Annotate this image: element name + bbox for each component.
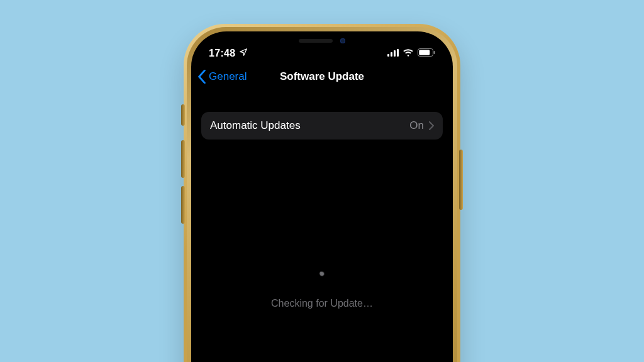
back-button[interactable]: General [197,70,247,84]
wifi-icon [402,48,414,59]
automatic-updates-row[interactable]: Automatic Updates On [201,112,443,140]
chevron-right-icon [429,121,434,130]
mute-switch[interactable] [181,104,185,126]
cellular-signal-icon [387,48,399,59]
svg-rect-0 [387,54,389,57]
svg-rect-5 [419,50,430,55]
navigation-bar: General Software Update [191,63,453,90]
spinner-icon [314,272,330,287]
front-camera [340,38,345,43]
location-arrow-icon [239,48,248,59]
back-label: General [209,70,247,83]
earpiece-speaker [299,39,333,43]
power-button[interactable] [459,150,463,210]
volume-down-button[interactable] [181,186,185,224]
status-time: 17:48 [209,48,235,59]
phone-screen: 17:48 [191,31,453,362]
checking-label: Checking for Update… [271,298,373,309]
phone-notch [259,31,385,50]
volume-up-button[interactable] [181,140,185,178]
svg-rect-3 [397,49,399,57]
svg-rect-2 [394,50,396,57]
checking-for-update-status: Checking for Update… [191,272,453,309]
row-label: Automatic Updates [210,119,301,132]
svg-rect-6 [434,51,435,54]
chevron-left-icon [197,70,206,84]
svg-rect-1 [391,52,392,57]
row-value: On [409,119,424,132]
phone-device: 17:48 [184,24,460,362]
settings-group: Automatic Updates On [201,112,443,140]
battery-icon [418,48,435,59]
